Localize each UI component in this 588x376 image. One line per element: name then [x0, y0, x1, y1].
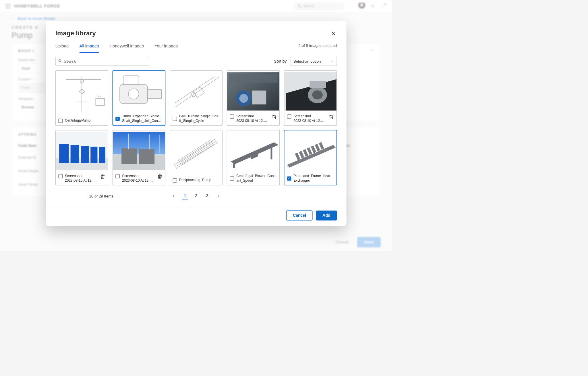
trash-icon[interactable] [272, 114, 276, 119]
svg-rect-33 [121, 148, 137, 164]
card-footer: Screenshot2023-08-10 At 12.… [56, 172, 108, 185]
tab-upload[interactable]: Upload [55, 41, 69, 53]
image-library-modal: Image library ✕ Upload All images Honeyw… [46, 21, 346, 226]
chevron-down-icon [330, 59, 334, 64]
image-card[interactable]: Screenshot2023-08-10 At 12.… [284, 70, 337, 126]
pagination: 10 of 29 Items 〈 123 〉 [46, 187, 346, 206]
image-card[interactable]: Screenshot2023-08-10 At 12.… [113, 130, 165, 185]
image-card[interactable]: Centrifugal_Blower_Constant_Speed [227, 130, 280, 185]
image-thumbnail [170, 71, 222, 112]
image-card[interactable]: Reciprocating_Pump [170, 130, 223, 185]
image-thumbnail [170, 131, 222, 176]
sort-label: Sort by [274, 59, 287, 64]
svg-rect-30 [99, 147, 105, 163]
page-next[interactable]: 〉 [215, 192, 224, 200]
select-checkbox[interactable] [287, 114, 291, 119]
svg-line-1 [61, 62, 61, 62]
add-button[interactable]: Add [316, 210, 337, 220]
image-label: Screenshot2023-08-10 At 12.… [236, 114, 269, 123]
svg-rect-18 [229, 74, 278, 83]
card-footer: Screenshot2023-08-10 At 12.… [284, 112, 336, 126]
trash-icon[interactable] [157, 174, 162, 179]
page-number[interactable]: 3 [204, 192, 210, 200]
image-search[interactable] [55, 57, 149, 66]
trash-icon[interactable] [100, 174, 105, 179]
search-icon [58, 59, 62, 64]
tab-your-images[interactable]: Your images [154, 41, 178, 53]
svg-rect-28 [81, 146, 89, 163]
svg-rect-43 [233, 162, 235, 168]
page-number[interactable]: 1 [182, 192, 188, 200]
image-label: Gas_Turbine_Single_Shaft_Simple_Cycle [179, 114, 219, 123]
image-thumbnail [113, 131, 165, 172]
card-footer: Gas_Turbine_Single_Shaft_Simple_Cycle [170, 112, 222, 126]
card-footer: Screenshot2023-08-10 At 12.… [227, 112, 279, 126]
sort-placeholder: Select an option [293, 59, 321, 64]
svg-rect-34 [139, 149, 155, 164]
page-number[interactable]: 2 [193, 192, 199, 200]
svg-point-0 [59, 60, 61, 62]
image-thumbnail [284, 131, 336, 172]
image-thumbnail [284, 71, 336, 112]
image-label: Turbo_Expander_Single_Shaft_Single_Unit_… [122, 114, 162, 123]
image-label: Reciprocating_Pump [179, 178, 219, 183]
modal-title: Image library [55, 30, 96, 37]
card-footer: Centrifugal_Blower_Constant_Speed [227, 172, 279, 185]
image-card[interactable]: Turbo_Expander_Single_Shaft_Single_Unit_… [113, 70, 165, 126]
search-input[interactable] [64, 59, 146, 64]
sort-select[interactable]: Select an option [290, 57, 337, 66]
image-label: Screenshot2023-08-10 At 12.… [293, 114, 326, 123]
select-checkbox[interactable] [173, 178, 177, 183]
image-thumbnail [227, 71, 279, 112]
image-card[interactable]: Screenshot2023-08-10 At 12.… [227, 70, 280, 126]
select-checkbox[interactable] [58, 174, 63, 179]
select-checkbox[interactable] [230, 176, 234, 181]
image-thumbnail [227, 131, 279, 172]
select-checkbox[interactable] [230, 114, 234, 119]
svg-rect-42 [271, 145, 272, 159]
image-card[interactable]: Screenshot2023-08-10 At 12.… [55, 130, 108, 185]
tab-honeywell-images[interactable]: Honeywell images [110, 41, 144, 53]
svg-rect-27 [71, 145, 79, 163]
modal-tabs: Upload All images Honeywell images Your … [46, 40, 346, 53]
svg-text:Run: Run [97, 95, 101, 98]
image-label: Centrifugal_Blower_Constant_Speed [236, 174, 276, 183]
image-card[interactable]: Gas_Turbine_Single_Shaft_Simple_Cycle [170, 70, 223, 126]
image-label: Plate_and_Frame_Heat_Exchanger [293, 174, 334, 183]
svg-rect-11 [170, 72, 222, 110]
image-thumbnail [56, 131, 108, 172]
select-checkbox[interactable] [173, 117, 177, 121]
image-card[interactable]: RunCentrifugalPump [55, 70, 108, 126]
svg-rect-29 [90, 147, 97, 163]
page-prev[interactable]: 〈 [169, 192, 177, 200]
svg-point-16 [239, 94, 248, 103]
image-label: CentrifugalPump [65, 118, 105, 123]
svg-rect-10 [123, 76, 139, 84]
image-thumbnail: Run [56, 71, 108, 116]
svg-rect-17 [252, 91, 266, 104]
image-label: Screenshot2023-08-10 At 12.… [65, 174, 98, 183]
tab-all-images[interactable]: All images [80, 41, 99, 53]
select-checkbox[interactable] [115, 174, 120, 179]
svg-rect-23 [310, 81, 326, 88]
selection-count: 2 of 5 images selected [299, 41, 337, 53]
card-footer: CentrifugalPump [56, 116, 108, 125]
image-grid: RunCentrifugalPumpTurbo_Expander_Single_… [46, 67, 346, 187]
select-checkbox[interactable] [115, 117, 120, 121]
svg-rect-26 [59, 144, 69, 163]
image-thumbnail [113, 71, 165, 112]
trash-icon[interactable] [329, 114, 334, 119]
card-footer: Reciprocating_Pump [170, 175, 222, 185]
image-card[interactable]: Plate_and_Frame_Heat_Exchanger [284, 130, 337, 185]
select-checkbox[interactable] [287, 176, 291, 181]
page-range: 10 of 29 Items [55, 194, 147, 198]
card-footer: Turbo_Expander_Single_Shaft_Single_Unit_… [113, 112, 165, 126]
cancel-button[interactable]: Cancel [286, 210, 312, 220]
close-icon[interactable]: ✕ [329, 30, 337, 37]
card-footer: Plate_and_Frame_Heat_Exchanger [284, 172, 336, 185]
select-checkbox[interactable] [58, 119, 63, 123]
image-label: Screenshot2023-08-10 At 12.… [122, 174, 155, 183]
svg-rect-9 [148, 90, 161, 98]
svg-point-22 [312, 90, 322, 99]
card-footer: Screenshot2023-08-10 At 12.… [113, 172, 165, 185]
